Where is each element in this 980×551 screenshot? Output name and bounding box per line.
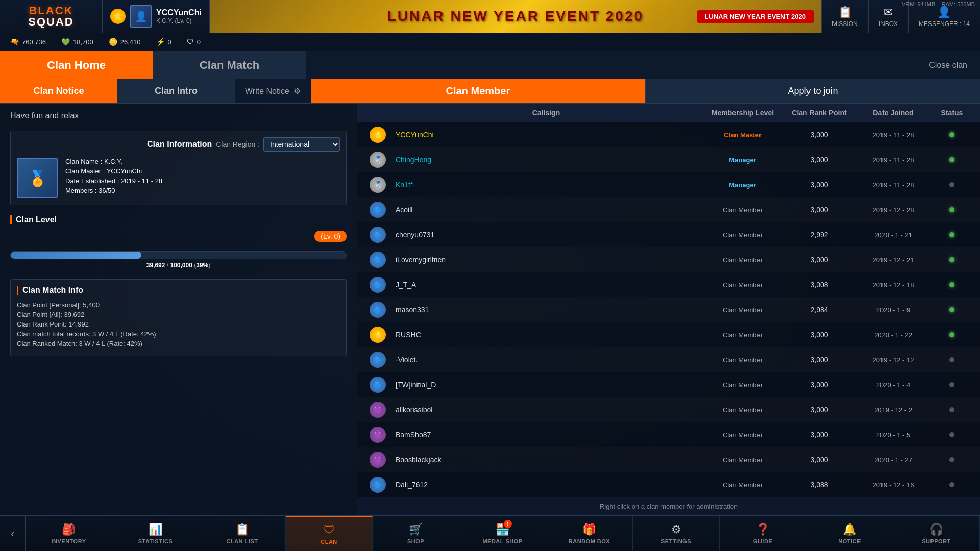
member-rank-icon: 🔷 bbox=[370, 302, 386, 318]
nav-item-notice[interactable]: 🔔 NOTICE bbox=[806, 516, 893, 551]
table-row[interactable]: 🔷 iLovemygirlfrien Clan Member 3,000 201… bbox=[357, 247, 980, 272]
tab-clan-home[interactable]: Clan Home bbox=[0, 51, 153, 79]
member-role: Clan Member bbox=[702, 456, 783, 464]
table-row[interactable]: 💜 BamSho87 Clan Member 3,000 2020 - 1 - … bbox=[357, 422, 980, 447]
status-dot bbox=[949, 332, 954, 337]
bullets-value: 760,736 bbox=[22, 38, 46, 46]
level-bar-container bbox=[10, 251, 347, 259]
member-icon-cell: ⭐ bbox=[365, 127, 390, 143]
nav-item-random-box[interactable]: 🎁 RANDOM BOX bbox=[546, 516, 633, 551]
nav-item-shop[interactable]: 🛒 SHOP bbox=[373, 516, 459, 551]
header-membership: Membership Level bbox=[702, 109, 783, 117]
nav-item-clan-list[interactable]: 📋 CLAN LIST bbox=[199, 516, 286, 551]
member-role: Clan Member bbox=[702, 331, 783, 339]
nav-item-settings[interactable]: ⚙ SETTINGS bbox=[633, 516, 720, 551]
mission-label: MISSION bbox=[832, 20, 858, 28]
tab-clan-match[interactable]: Clan Match bbox=[153, 51, 306, 79]
gold-icon: 🪙 bbox=[109, 38, 117, 46]
clan-info-content: 🏅 Clan Name : K.C.Y. Clan Master : YCCYu… bbox=[17, 158, 340, 198]
nav-item-support[interactable]: 🎧 SUPPORT bbox=[893, 516, 980, 551]
nav-icon-clan: 🛡 bbox=[324, 523, 335, 537]
nav-icon-random-box: 🎁 bbox=[582, 523, 596, 536]
currency-bar: 🔫 760,736 💚 18,700 🪙 26,410 ⚡ 0 🛡 0 bbox=[0, 33, 980, 51]
subtab-clan-notice[interactable]: Clan Notice bbox=[0, 79, 117, 103]
clan-members-line: Members : 36/50 bbox=[65, 187, 162, 194]
member-role: Manager bbox=[702, 156, 783, 164]
subtab-clan-intro[interactable]: Clan Intro bbox=[117, 79, 235, 103]
event-banner[interactable]: LUNAR NEW YEAR EVENT 2020 LUNAR NEW YEAR… bbox=[210, 0, 821, 33]
apply-to-join-button[interactable]: Apply to join bbox=[645, 79, 980, 103]
table-row[interactable]: 🔷 chenyu0731 Clan Member 2,992 2020 - 1 … bbox=[357, 222, 980, 247]
status-dot bbox=[949, 207, 954, 212]
header-callsign: Callsign bbox=[390, 109, 702, 117]
player-area[interactable]: ⭐ 👤 YCCYunChi K.C.Y. (Lv. 0) bbox=[102, 0, 210, 33]
nav-item-clan[interactable]: 🛡 CLAN bbox=[286, 516, 373, 551]
member-status bbox=[932, 232, 972, 237]
close-clan-button[interactable]: Close clan bbox=[916, 51, 980, 79]
table-row[interactable]: 🔷 [TW]initial_D Clan Member 3,000 2020 -… bbox=[357, 372, 980, 397]
member-date: 2020 - 1 - 9 bbox=[855, 306, 932, 314]
status-dot bbox=[949, 157, 954, 162]
table-row[interactable]: 🔷 J_T_A Clan Member 3,008 2019 - 12 - 18 bbox=[357, 272, 980, 297]
subtab-write-notice[interactable]: Write Notice ⚙ bbox=[235, 79, 311, 103]
table-row[interactable]: 🔷 mason331 Clan Member 2,984 2020 - 1 - … bbox=[357, 297, 980, 322]
member-status bbox=[932, 457, 972, 462]
table-row[interactable]: 💜 Boosblackjack Clan Member 3,000 2020 -… bbox=[357, 447, 980, 472]
mission-button[interactable]: 📋 MISSION bbox=[821, 0, 868, 33]
member-points: 3,000 bbox=[783, 456, 855, 464]
clan-date-line: Date Established : 2019 - 11 - 28 bbox=[65, 177, 162, 185]
member-role: Clan Member bbox=[702, 381, 783, 389]
nav-icon-notice: 🔔 bbox=[843, 523, 856, 536]
subtabs-row: Clan Notice Clan Intro Write Notice ⚙ Cl… bbox=[0, 79, 980, 104]
nav-item-inventory[interactable]: 🎒 INVENTORY bbox=[26, 516, 112, 551]
banner-button[interactable]: LUNAR NEW YEAR EVENT 2020 bbox=[697, 10, 814, 23]
nav-item-medal-shop[interactable]: ! 🏪 MEDAL SHOP bbox=[459, 516, 546, 551]
nav-items-container: 🎒 INVENTORY 📊 STATISTICS 📋 CLAN LIST 🛡 C… bbox=[26, 516, 980, 551]
table-row[interactable]: 🔷 Dali_7612 Clan Member 3,088 2019 - 12 … bbox=[357, 472, 980, 497]
clan-level-section: Clan Level (Lv. 0) 39,692 / 100,000 (39%… bbox=[10, 215, 347, 269]
nav-item-guide[interactable]: ❓ GUIDE bbox=[720, 516, 806, 551]
settings-icon: ⚙ bbox=[293, 86, 301, 96]
member-points: 2,984 bbox=[783, 306, 855, 314]
member-date: 2019 - 11 - 28 bbox=[855, 156, 932, 164]
match-all-points: Clan Point [All]: 39,692 bbox=[17, 311, 340, 318]
nav-icon-settings: ⚙ bbox=[671, 523, 681, 536]
member-status bbox=[932, 407, 972, 412]
nav-arrow-left[interactable]: ‹ bbox=[0, 516, 26, 551]
table-row[interactable]: 🔷 -Violet. Clan Member 3,000 2019 - 12 -… bbox=[357, 347, 980, 372]
table-row[interactable]: 🥈 Kn1t*- Manager 3,000 2019 - 11 - 28 bbox=[357, 172, 980, 197]
region-select[interactable]: International bbox=[263, 137, 340, 152]
member-icon-cell: ⭐ bbox=[365, 327, 390, 343]
table-row[interactable]: ⭐ RUSHC Clan Member 3,000 2020 - 1 - 22 bbox=[357, 322, 980, 347]
xp-percent: 39% bbox=[196, 262, 208, 269]
level-row: (Lv. 0) bbox=[10, 231, 347, 247]
member-icon-cell: 🥈 bbox=[365, 152, 390, 168]
table-row[interactable]: 💜 allkorissibol Clan Member 3,000 2019 -… bbox=[357, 397, 980, 422]
player-rank-icon: ⭐ bbox=[110, 9, 126, 24]
header-date-joined: Date Joined bbox=[855, 109, 932, 117]
table-row[interactable]: 🔷 Acoill Clan Member 3,000 2019 - 12 - 2… bbox=[357, 197, 980, 222]
nav-icon-guide: ❓ bbox=[756, 523, 770, 536]
level-badge: (Lv. 0) bbox=[314, 231, 347, 242]
member-status bbox=[932, 307, 972, 312]
member-icon-cell: 💜 bbox=[365, 452, 390, 468]
status-dot bbox=[949, 257, 954, 262]
clan-info-section: Clan Information Clan Region : Internati… bbox=[10, 131, 347, 205]
member-icon-cell: 🥈 bbox=[365, 177, 390, 193]
member-role: Clan Member bbox=[702, 206, 783, 214]
nav-label-settings: SETTINGS bbox=[661, 538, 691, 544]
table-row[interactable]: 🥈 ChingHong Manager 3,000 2019 - 11 - 28 bbox=[357, 147, 980, 172]
match-rank-points: Clan Rank Point: 14,992 bbox=[17, 320, 340, 328]
member-name: Kn1t*- bbox=[390, 181, 702, 189]
tab-clan-member[interactable]: Clan Member bbox=[311, 79, 645, 103]
status-dot bbox=[949, 457, 954, 462]
table-row[interactable]: ⭐ YCCYunChi Clan Master 3,000 2019 - 11 … bbox=[357, 122, 980, 147]
nav-icon-clan-list: 📋 bbox=[235, 523, 249, 536]
gold-currency: 🪙 26,410 bbox=[109, 38, 141, 46]
member-role: Manager bbox=[702, 181, 783, 189]
member-rank-icon: 🥈 bbox=[370, 152, 386, 168]
member-icon-cell: 🔷 bbox=[365, 277, 390, 293]
member-points: 3,000 bbox=[783, 381, 855, 389]
nav-item-statistics[interactable]: 📊 STATISTICS bbox=[112, 516, 199, 551]
clan-match-info-section: Clan Match Info Clan Point [Personal]: 5… bbox=[10, 279, 347, 356]
